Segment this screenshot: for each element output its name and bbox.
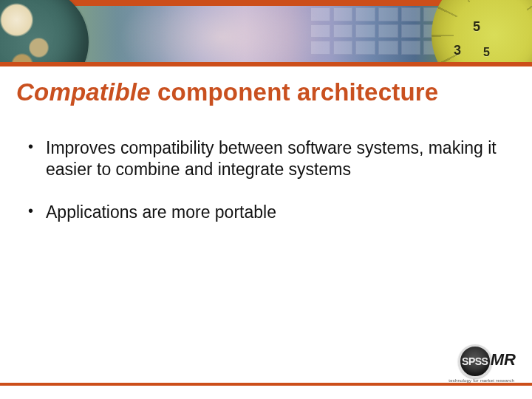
accent-bar-under-banner [0, 62, 532, 66]
bullet-list: Improves compatibility between software … [25, 137, 502, 244]
accent-bar-footer [0, 383, 532, 386]
logo-badge-text: SPSS [462, 355, 488, 367]
brand-logo: SPSS MR [458, 344, 516, 378]
bullet-item: Improves compatibility between software … [25, 137, 502, 181]
dial-number: 3 [454, 43, 461, 58]
dial-graphic: 3 5 5 5 [432, 0, 532, 62]
slide: 3 5 5 5 Compatible component architectur… [0, 0, 532, 399]
logo-badge: SPSS [458, 344, 492, 378]
globe-graphic [0, 0, 89, 62]
slide-title: Compatible component architecture [16, 78, 438, 106]
dial-number: 5 [473, 19, 480, 35]
bullet-text: Applications are more portable [46, 202, 276, 222]
title-emphasis: Compatible [16, 78, 151, 106]
grid-graphic [310, 7, 443, 55]
bullet-item: Applications are more portable [25, 202, 502, 223]
header-banner: 3 5 5 5 [0, 0, 532, 62]
bullet-text: Improves compatibility between software … [46, 138, 497, 179]
title-rest: component architecture [151, 78, 439, 106]
dial-number: 5 [483, 46, 490, 59]
logo-suffix: MR [491, 350, 516, 372]
